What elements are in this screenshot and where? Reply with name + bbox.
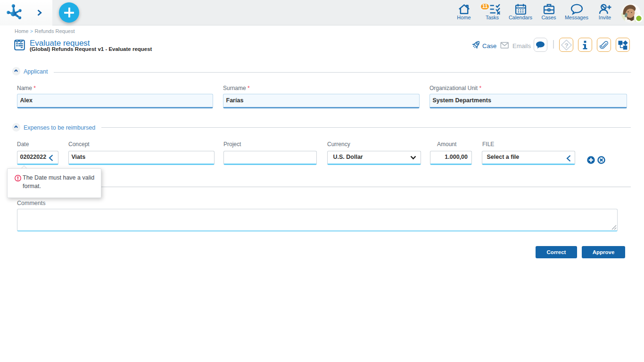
- svg-text:?: ?: [564, 41, 568, 49]
